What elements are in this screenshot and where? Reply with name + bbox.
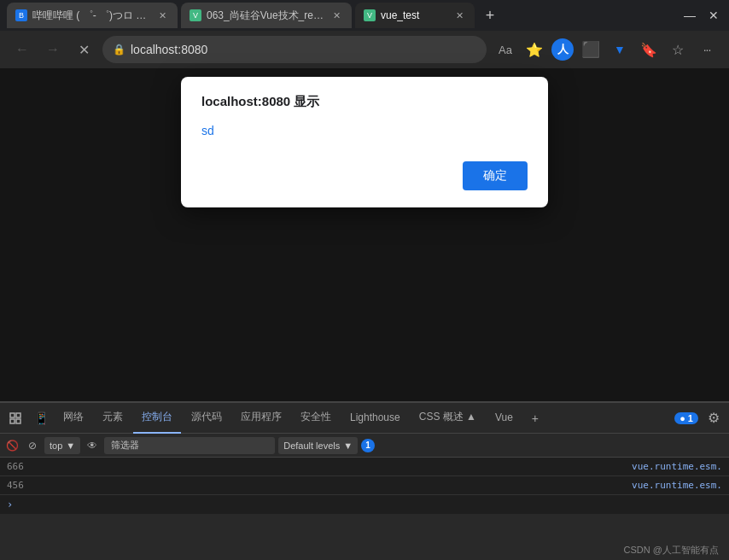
dialog-overlay: localhost:8080 显示 sd 确定 bbox=[0, 68, 729, 401]
console-prompt[interactable]: › bbox=[0, 495, 729, 514]
address-text: localhost:8080 bbox=[131, 43, 476, 56]
devtools-tab-right: ● 1 ⚙ bbox=[674, 406, 726, 430]
back-button[interactable]: ← bbox=[10, 38, 34, 61]
console-toolbar: 🚫 ⊘ top ▼ 👁 筛选器 Default levels ▼ 1 bbox=[0, 434, 729, 458]
read-aloud-button[interactable]: Aa bbox=[493, 38, 517, 61]
more-button[interactable]: ··· bbox=[695, 38, 719, 61]
tab-bar-right: — ✕ bbox=[681, 7, 722, 24]
tab-console[interactable]: 控制台 bbox=[133, 403, 181, 434]
tab-vue-test[interactable]: V vue_test ✕ bbox=[355, 3, 475, 28]
dialog-message: sd bbox=[201, 124, 528, 141]
console-error-badge: ● 1 bbox=[674, 412, 698, 424]
dialog-footer: 确定 bbox=[201, 161, 528, 190]
address-bar-right: Aa ⭐ 人 ⬛ ▼ 🔖 ☆ ··· bbox=[493, 38, 719, 61]
tab-sources[interactable]: 源代码 bbox=[183, 403, 230, 434]
devtools-tab-bar: 📱 网络 元素 控制台 源代码 应用程序 安全性 Lighthouse CSS … bbox=[0, 403, 729, 434]
tab-bar: B 哔哩哔哩 ( ゜- ゜)つロ 千杯~-bil... ✕ V 063_尚硅谷V… bbox=[0, 0, 729, 31]
tab-favicon-2: V bbox=[190, 9, 201, 21]
filter-placeholder: 筛选器 bbox=[111, 439, 139, 452]
tab-close-1[interactable]: ✕ bbox=[155, 9, 169, 22]
level-dropdown-icon: ▼ bbox=[343, 440, 353, 451]
line-link-2[interactable]: vue.runtime.esm. bbox=[632, 480, 722, 491]
address-bar: ← → ✕ 🔒 localhost:8080 Aa ⭐ 人 ⬛ ▼ 🔖 ☆ ··… bbox=[0, 31, 729, 68]
tab-title-1: 哔哩哔哩 ( ゜- ゜)つロ 千杯~-bil... bbox=[32, 9, 150, 23]
profile-avatar[interactable]: 人 bbox=[551, 38, 574, 61]
lock-icon: 🔒 bbox=[113, 44, 125, 55]
tab-bilibili[interactable]: B 哔哩哔哩 ( ゜- ゜)つロ 千杯~-bil... ✕ bbox=[7, 3, 178, 28]
new-tab-button[interactable]: + bbox=[478, 3, 502, 27]
line-number-2: 456 bbox=[7, 480, 32, 491]
dropdown-button[interactable]: ▼ bbox=[608, 38, 632, 61]
tab-favicon-3: V bbox=[364, 9, 376, 21]
console-line-1: 666 vue.runtime.esm. bbox=[0, 458, 729, 476]
tab-elements[interactable]: 元素 bbox=[94, 403, 131, 434]
devtools-inspect-button[interactable] bbox=[3, 406, 27, 430]
tab-security[interactable]: 安全性 bbox=[292, 403, 340, 434]
filter-toggle-button[interactable]: ⊘ bbox=[24, 437, 41, 454]
context-dropdown-icon: ▼ bbox=[66, 440, 75, 451]
level-label: Default levels bbox=[283, 440, 340, 451]
filter-input[interactable]: 筛选器 bbox=[104, 437, 275, 454]
alert-dialog: localhost:8080 显示 sd 确定 bbox=[181, 77, 548, 207]
tab-close-3[interactable]: ✕ bbox=[452, 9, 466, 22]
tab-vue-render[interactable]: V 063_尚硅谷Vue技术_render选... ✕ bbox=[181, 3, 352, 28]
page-content: localhost:8080 显示 sd 确定 bbox=[0, 68, 729, 401]
tab-vue[interactable]: Vue bbox=[487, 403, 522, 434]
tab-title-3: vue_test bbox=[381, 9, 447, 21]
svg-rect-1 bbox=[16, 413, 20, 417]
devtools-mobile-button[interactable]: 📱 bbox=[29, 406, 53, 430]
tab-bar-left: B 哔哩哔哩 ( ゜- ゜)つロ 千杯~-bil... ✕ V 063_尚硅谷V… bbox=[7, 3, 502, 28]
bookmark-button[interactable]: ☆ bbox=[666, 38, 690, 61]
dialog-title: localhost:8080 显示 bbox=[201, 94, 528, 110]
tab-title-2: 063_尚硅谷Vue技术_render选... bbox=[207, 9, 324, 23]
context-label: top bbox=[50, 440, 62, 451]
svg-rect-3 bbox=[16, 419, 20, 423]
bottom-watermark: CSDN @人工智能有点 bbox=[0, 540, 729, 560]
devtools-settings-button[interactable]: ⚙ bbox=[702, 406, 726, 430]
extensions-button[interactable]: ⬛ bbox=[579, 38, 603, 61]
watermark-text: CSDN @人工智能有点 bbox=[624, 545, 719, 555]
line-link-1[interactable]: vue.runtime.esm. bbox=[632, 461, 722, 472]
prompt-chevron-icon: › bbox=[7, 499, 13, 510]
svg-rect-0 bbox=[10, 413, 15, 417]
devtools-panel: 📱 网络 元素 控制台 源代码 应用程序 安全性 Lighthouse CSS … bbox=[0, 401, 729, 560]
minimize-button[interactable]: — bbox=[681, 7, 698, 24]
clear-console-button[interactable]: 🚫 bbox=[3, 437, 20, 454]
tab-network[interactable]: 网络 bbox=[55, 403, 92, 434]
forward-button[interactable]: → bbox=[41, 38, 65, 61]
tab-lighthouse[interactable]: Lighthouse bbox=[341, 403, 409, 434]
level-selector[interactable]: Default levels ▼ bbox=[278, 437, 358, 454]
line-number-1: 666 bbox=[7, 461, 32, 472]
context-selector[interactable]: top ▼ bbox=[44, 437, 80, 454]
address-input-box[interactable]: 🔒 localhost:8080 bbox=[102, 36, 487, 63]
svg-rect-2 bbox=[10, 419, 15, 423]
console-line-2: 456 vue.runtime.esm. bbox=[0, 476, 729, 495]
console-badge: 1 bbox=[361, 439, 375, 452]
favorites-button[interactable]: ⭐ bbox=[522, 38, 546, 61]
tab-css[interactable]: CSS 概述 ▲ bbox=[411, 403, 485, 434]
tab-favicon-1: B bbox=[15, 9, 27, 21]
dialog-ok-button[interactable]: 确定 bbox=[463, 161, 528, 190]
tab-application[interactable]: 应用程序 bbox=[232, 403, 290, 434]
browser-close-button[interactable]: ✕ bbox=[705, 7, 722, 24]
browser-chrome: B 哔哩哔哩 ( ゜- ゜)つロ 千杯~-bil... ✕ V 063_尚硅谷V… bbox=[0, 0, 729, 68]
tab-close-2[interactable]: ✕ bbox=[330, 9, 343, 22]
collections-button[interactable]: 🔖 bbox=[637, 38, 661, 61]
eye-button[interactable]: 👁 bbox=[84, 437, 101, 454]
add-panel-button[interactable]: + bbox=[523, 406, 547, 430]
reload-button[interactable]: ✕ bbox=[72, 38, 96, 61]
